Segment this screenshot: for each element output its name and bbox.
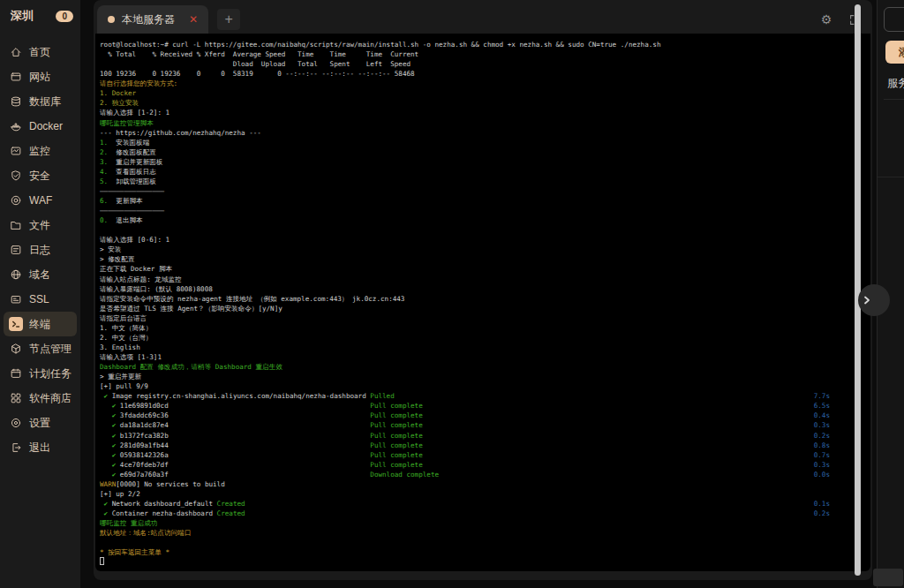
- terminal-line: % Total % Received % Xferd Average Speed…: [100, 49, 844, 59]
- sidebar: 深圳 0 首页网站数据库Docker监控安全WAF文件日志域名SSL终端节点管理…: [0, 0, 80, 588]
- server-tab-button[interactable]: 服务器: [884, 7, 904, 32]
- terminal-line: root@localhost:~# curl -L https://gitee.…: [100, 40, 844, 49]
- terminal-line: 6. 更新脚本: [100, 196, 844, 206]
- gear-icon[interactable]: ⚙: [819, 12, 833, 26]
- terminal-line: 100 19236 0 19236 0 0 58319 0 --:--:-- -…: [100, 69, 844, 79]
- terminal-line: > 安装: [100, 245, 844, 254]
- sidebar-item-cron[interactable]: 计划任务: [4, 361, 77, 386]
- sidebar-item-waf[interactable]: WAF: [4, 188, 77, 213]
- sidebar-item-domain[interactable]: 域名: [4, 262, 77, 287]
- docker-icon: [9, 119, 23, 133]
- terminal-line: 哪吒监控管理脚本: [100, 118, 844, 128]
- sidebar-item-settings[interactable]: 设置: [4, 411, 77, 435]
- notification-badge[interactable]: 0: [56, 11, 73, 22]
- terminal-output[interactable]: root@localhost:~# curl -L https://gitee.…: [95, 34, 870, 571]
- terminal-line: 4. 查看面板日志: [100, 167, 844, 177]
- tab-label: 本地服务器: [122, 12, 175, 27]
- sidebar-item-nodes[interactable]: 节点管理: [4, 336, 77, 361]
- terminal-line: 请指定安装命令中预设的 nezha-agent 连接地址 （例如 example…: [100, 294, 844, 304]
- terminal-line: 请输入选择 [1-2]: 1: [100, 108, 844, 117]
- appstore-icon: [9, 391, 23, 405]
- panel-footer-scrollbar[interactable]: [873, 569, 903, 586]
- shield-icon: [9, 169, 23, 183]
- monitor-icon: [9, 144, 23, 158]
- terminal-line: 2. 修改面板配置: [100, 147, 844, 157]
- terminal-line: --- https://github.com/nezhahq/nezha ---: [100, 128, 844, 138]
- calendar-icon: [9, 366, 23, 381]
- terminal-line: [+] up 2/2: [100, 489, 844, 499]
- sidebar-item-website[interactable]: 网站: [4, 64, 77, 89]
- sidebar-item-label: SSL: [29, 293, 49, 305]
- sidebar-item-label: 安全: [29, 169, 50, 184]
- logout-icon: [9, 441, 23, 455]
- sidebar-item-appstore[interactable]: 软件商店: [4, 386, 77, 411]
- sidebar-item-label: 文件: [29, 218, 50, 233]
- terminal-line: [100, 538, 844, 547]
- terminal-line: 正在下载 Docker 脚本: [100, 264, 844, 274]
- terminal-window: 本地服务器 ✕ + ⚙ root@localhost:~# curl -L ht…: [94, 0, 872, 580]
- sidebar-item-files[interactable]: 文件: [4, 213, 77, 237]
- sidebar-item-label: 网站: [29, 70, 50, 85]
- sidebar-item-label: 退出: [29, 441, 50, 456]
- sidebar-item-logs[interactable]: 日志: [4, 237, 77, 262]
- terminal-tabbar: 本地服务器 ✕ + ⚙: [94, 0, 872, 34]
- tab-local-server[interactable]: 本地服务器 ✕: [97, 5, 208, 34]
- terminal-line: ✔ da18a1dc87e4 Pull complete0.3s: [100, 420, 844, 430]
- chevron-right-icon: [863, 296, 871, 305]
- sidebar-item-label: 数据库: [29, 94, 61, 109]
- terminal-line: ✔ Container nezha-dashboard Created0.2s: [100, 509, 844, 518]
- panel-toggle-handle[interactable]: [858, 284, 890, 316]
- add-server-button[interactable]: 添加服务器: [885, 41, 904, 64]
- sidebar-item-label: 首页: [29, 45, 50, 60]
- sidebar-item-security[interactable]: 安全: [4, 163, 77, 188]
- sidebar-item-label: Docker: [29, 120, 63, 132]
- terminal-line: [100, 557, 844, 567]
- terminal-line: Dashboard 配置 修改成功，请稍等 Dashboard 重启生效: [100, 362, 844, 372]
- website-icon: [9, 70, 23, 84]
- terminal-line: 3. 重启并更新面板: [100, 157, 844, 167]
- sidebar-item-database[interactable]: 数据库: [4, 89, 77, 114]
- certificate-icon: [9, 292, 23, 306]
- terminal-line: 请输入选择 [0-6]: 1: [100, 235, 844, 245]
- terminal-line: 是否希望通过 TLS 连接 Agent？（影响安装命令）[y/N]y: [100, 304, 844, 313]
- terminal-line: ✔ b1372fca382b Pull complete0.2s: [100, 431, 844, 441]
- terminal-icon: [9, 317, 23, 331]
- terminal-line: 请输入选项 [1-3]1: [100, 352, 844, 362]
- panel-divider: [878, 177, 904, 177]
- sidebar-item-label: WAF: [29, 194, 52, 207]
- sidebar-item-ssl[interactable]: SSL: [4, 287, 77, 312]
- sidebar-item-docker[interactable]: Docker: [4, 114, 77, 139]
- terminal-line: 请自行选择您的安装方式:: [100, 79, 844, 88]
- terminal-line: > 重启并更新: [100, 372, 844, 381]
- terminal-cursor: [100, 557, 104, 565]
- sidebar-item-label: 日志: [29, 243, 50, 258]
- close-icon[interactable]: ✕: [189, 13, 198, 26]
- sidebar-header: 深圳 0: [0, 0, 80, 34]
- server-list-item[interactable]: 服务器: [884, 74, 904, 100]
- terminal-line: 0. 退出脚本: [100, 215, 844, 225]
- terminal-line: > 修改配置: [100, 254, 844, 264]
- terminal-line: 默认地址：域名:站点访问端口: [100, 528, 844, 538]
- terminal-line: ✔ Image registry.cn-shanghai.aliyuncs.co…: [100, 391, 844, 401]
- terminal-scrollbar[interactable]: [855, 4, 861, 576]
- terminal-line: ✔ Network dashboard_default Created0.1s: [100, 499, 844, 509]
- terminal-line: [100, 225, 844, 235]
- terminal-line: 请输入站点标题: 龙域监控: [100, 275, 844, 284]
- terminal-line: ✔ e69d7a760a3f Download complete0.0s: [100, 470, 844, 479]
- terminal-line: 1. 中文（简体）: [100, 323, 844, 333]
- terminal-line: 哪吒监控 重启成功: [100, 518, 844, 528]
- terminal-line: ————————————————: [100, 206, 844, 215]
- sidebar-item-label: 域名: [29, 268, 50, 283]
- new-tab-button[interactable]: +: [217, 9, 240, 30]
- terminal-line: 3. English: [100, 343, 844, 352]
- sidebar-item-label: 设置: [29, 416, 50, 431]
- sidebar-item-logout[interactable]: 退出: [4, 435, 77, 460]
- sidebar-item-terminal[interactable]: 终端: [4, 312, 77, 336]
- sidebar-item-monitor[interactable]: 监控: [4, 139, 77, 163]
- nodes-icon: [9, 342, 23, 356]
- terminal-line: 2. 独立安装: [100, 98, 844, 108]
- logs-icon: [9, 243, 23, 257]
- terminal-line: ✔ 281d09a1fb44 Pull complete0.8s: [100, 441, 844, 450]
- workspace-title[interactable]: 深圳: [11, 8, 34, 24]
- sidebar-item-home[interactable]: 首页: [4, 40, 77, 64]
